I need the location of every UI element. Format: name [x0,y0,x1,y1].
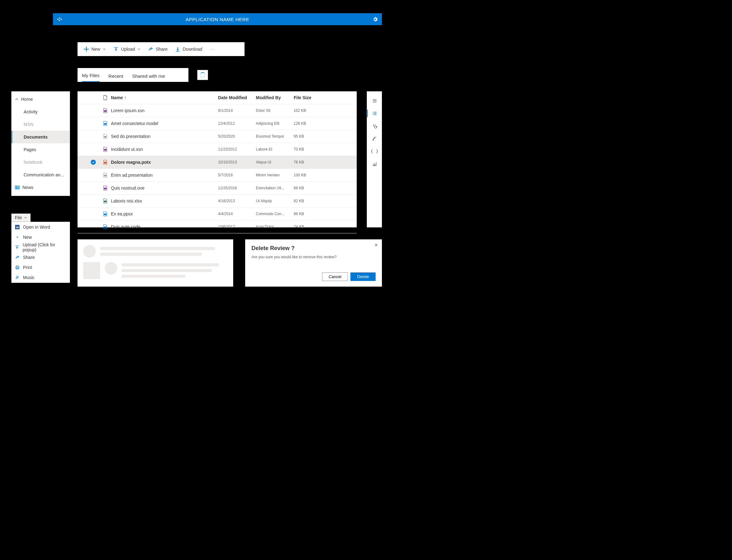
svg-rect-6 [17,186,19,187]
table-row[interactable]: Amet consectetur.model12/4/2012Adipiscin… [77,117,357,130]
waffle-icon[interactable] [57,16,62,22]
col-modby[interactable]: Modified By [256,95,294,100]
file-size: 86 KB [294,212,322,216]
col-name[interactable]: Name ↑ [111,95,218,100]
menu-share[interactable]: Share [12,252,70,262]
table-header: Name ↑ Date Modified Modified By File Si… [77,91,357,104]
share-icon [15,255,20,260]
file-name: Ex ea.ppsx [111,211,218,216]
menu-open-in-word[interactable]: WOpen in Word [12,222,70,232]
spinner-icon [200,72,205,78]
table-row[interactable]: Quis nostrud.one12/25/2016Exercitation U… [77,182,357,195]
menu-upload[interactable]: Upload (Click for popup) [12,242,70,252]
file-size: 68 KB [294,186,322,190]
file-modby: Labore Et [256,147,294,151]
file-modby: Aliqua Ut [256,160,294,164]
close-icon[interactable]: ✕ [375,243,378,248]
rail-list[interactable] [367,107,382,120]
dialog-title: Delete Review ? [251,245,376,252]
chevron-down-icon [24,216,27,219]
check-icon [91,160,96,165]
file-name: Sed do.presentation [111,134,218,139]
table-row[interactable]: Dolore magna.potx10/10/2013Aliqua Ut76 K… [77,156,357,169]
file-type-icon [100,198,111,203]
rail-hamburger[interactable] [367,94,382,107]
table-row[interactable]: Sed do.presentation5/20/2020Eiusmod Temp… [77,130,357,143]
print-icon [15,265,20,270]
music-icon [15,275,20,280]
file-name: Enim ad.presentation [111,173,218,178]
table-row[interactable]: Enim ad.presentation5/7/2016Minim Veniam… [77,169,357,182]
file-menu-button[interactable]: File [11,214,31,222]
settings-icon[interactable] [373,16,378,22]
file-type-icon [100,173,111,178]
table-row[interactable]: Lorem ipsum.xsn8/1/2014Dolor Sit102 KB [77,104,357,117]
menu-music[interactable]: Music [12,272,70,283]
delete-button[interactable]: Delete [350,272,376,281]
svg-point-22 [373,114,373,115]
svg-point-23 [376,126,377,127]
nav-communication[interactable]: Communication an... [12,169,70,181]
upload-button[interactable]: Upload [110,42,144,56]
nav-pages[interactable]: Pages [12,143,70,156]
svg-rect-16 [104,188,106,189]
file-name: Incididunt ut.xsn [111,147,218,152]
spinner [197,70,208,80]
rail-chart[interactable] [367,157,382,170]
file-date: 10/6/2017 [218,225,256,229]
cancel-button[interactable]: Cancel [322,272,348,281]
plus-icon [84,47,89,52]
file-type-icon [100,224,111,229]
file-name: Quis nostrud.one [111,186,218,191]
chevron-down-icon [103,48,106,51]
file-type-icon [100,108,111,113]
file-icon-header[interactable] [100,95,111,100]
tab-recent[interactable]: Recent [108,70,123,82]
nav-notebook[interactable]: Notebook [12,156,70,169]
shimmer-avatar [105,262,117,275]
nav-home[interactable]: Home [12,93,70,106]
file-name: Laboris nisi.xlsx [111,198,218,203]
download-button[interactable]: Download [172,42,205,56]
file-modby: Adipiscing Elit [256,121,294,126]
table-row[interactable]: Duis aute.code10/6/2017Irure Dolor74 KB [77,220,357,233]
file-size: 126 KB [294,121,322,126]
share-button[interactable]: Share [145,42,170,56]
svg-rect-5 [16,186,17,187]
table-row[interactable]: Ex ea.ppsx4/4/2014Commodo Con...86 KB [77,208,357,220]
nav-news[interactable]: News [12,181,70,194]
file-size: 102 KB [294,108,322,113]
delete-dialog: ✕ Delete Review ? Are you sure you would… [245,239,382,287]
rail-braces[interactable]: { } [367,145,382,157]
file-modby: Minim Veniam [256,173,294,177]
more-button[interactable]: ··· [207,42,219,56]
file-date: 5/7/2016 [218,173,256,177]
file-type-icon [100,211,111,216]
svg-rect-14 [104,162,106,163]
menu-new[interactable]: ＋New [12,232,70,242]
svg-point-20 [373,112,373,112]
rail-signal[interactable] [367,132,382,145]
file-type-icon [100,134,111,139]
file-date: 4/4/2014 [218,212,256,216]
nav-documents[interactable]: Documents [12,131,70,143]
col-date[interactable]: Date Modified [218,95,256,100]
file-size: 100 KB [294,173,322,177]
menu-print[interactable]: Print [12,262,70,272]
rail-stethoscope[interactable] [367,120,382,132]
table-row[interactable]: Laboris nisi.xlsx4/16/2013Ut Aliquip82 K… [77,195,357,208]
new-button[interactable]: New [81,42,109,56]
svg-rect-7 [17,187,19,187]
command-bar: New Upload Share Download ··· [77,42,244,56]
file-modby: Ut Aliquip [256,199,294,203]
file-date: 12/4/2012 [218,121,256,126]
table-row[interactable]: Incididunt ut.xsn11/23/2012Labore Et70 K… [77,143,357,156]
nav-activity[interactable]: Activity [12,106,70,118]
dialog-body: Are you sure you would like to remove th… [251,255,376,259]
svg-rect-9 [16,188,19,189]
tab-my-files[interactable]: My Files [82,69,100,82]
tab-shared[interactable]: Shared with me [132,70,165,82]
nav-msn[interactable]: MSN [12,118,70,131]
col-size[interactable]: File Size [294,95,322,100]
share-icon [148,47,153,52]
